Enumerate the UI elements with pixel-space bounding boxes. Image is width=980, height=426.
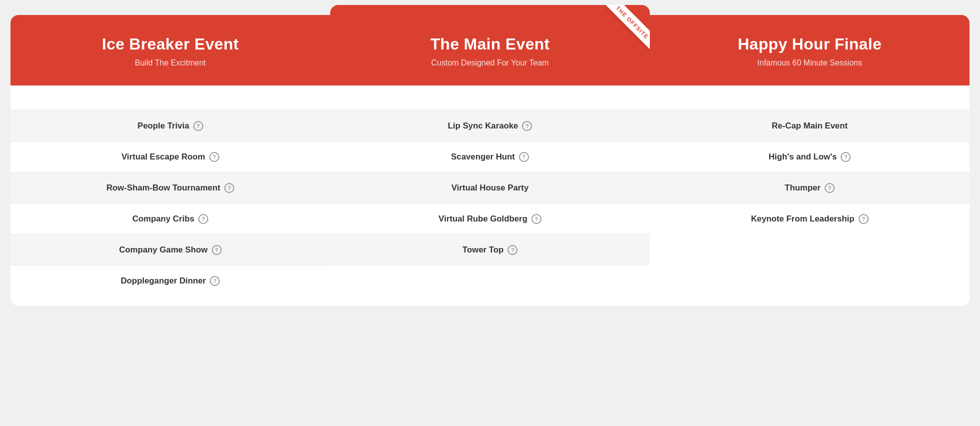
item-label: Doppleganger Dinner	[121, 276, 206, 286]
column-subtitle-main-event: Custom Designed For Your Team	[345, 58, 635, 68]
list-item: Company Cribs?	[10, 204, 330, 234]
list-item: Virtual Escape Room?	[10, 142, 330, 172]
column-footer	[10, 296, 330, 306]
column-footer	[330, 266, 650, 306]
help-icon[interactable]: ?	[212, 245, 222, 255]
item-label: Row-Sham-Bow Tournament	[106, 183, 220, 193]
item-label: People Trivia	[137, 121, 189, 131]
column-title-ice-breaker: Ice Breaker Event	[25, 35, 315, 54]
list-item: High's and Low's?	[650, 142, 970, 172]
list-item: Re-Cap Main Event	[650, 110, 970, 142]
item-label: Scavenger Hunt	[451, 152, 515, 162]
help-icon[interactable]: ?	[531, 214, 541, 224]
spacer-row	[10, 86, 330, 110]
spacer-row	[650, 86, 970, 110]
list-item: Keynote From Leadership?	[650, 204, 970, 234]
column-footer	[650, 234, 970, 306]
help-icon[interactable]: ?	[825, 183, 835, 193]
item-label: Company Cribs	[132, 214, 194, 224]
column-ice-breaker: Ice Breaker EventBuild The ExcitmentPeop…	[10, 15, 330, 306]
list-item: Virtual Rube Goldberg?	[330, 204, 650, 234]
help-icon[interactable]: ?	[507, 245, 517, 255]
item-label: Virtual Rube Goldberg	[439, 214, 527, 224]
list-item: Row-Sham-Bow Tournament?	[10, 172, 330, 204]
item-label: Tower Top	[463, 245, 503, 255]
item-label: Virtual Escape Room	[121, 152, 205, 162]
help-icon[interactable]: ?	[841, 152, 851, 162]
item-label: Keynote From Leadership	[751, 214, 854, 224]
list-item: Tower Top?	[330, 234, 650, 266]
list-item: Lip Sync Karaoke?	[330, 110, 650, 142]
column-main-event: THE OFFSITEThe Main EventCustom Designed…	[330, 15, 650, 306]
item-label: Lip Sync Karaoke	[448, 121, 518, 131]
body-ice-breaker: People Trivia?Virtual Escape Room?Row-Sh…	[10, 110, 330, 296]
help-icon[interactable]: ?	[198, 214, 208, 224]
list-item: Virtual House Party	[330, 172, 650, 204]
item-label: Re-Cap Main Event	[772, 121, 848, 131]
item-label: High's and Low's	[769, 152, 837, 162]
header-ice-breaker: Ice Breaker EventBuild The Excitment	[10, 15, 330, 86]
list-item: Thumper?	[650, 172, 970, 204]
help-icon[interactable]: ?	[522, 121, 532, 131]
spacer-row	[330, 86, 650, 110]
help-icon[interactable]: ?	[193, 121, 203, 131]
help-icon[interactable]: ?	[209, 152, 219, 162]
help-icon[interactable]: ?	[859, 214, 869, 224]
help-icon[interactable]: ?	[210, 276, 220, 286]
column-title-happy-hour: Happy Hour Finale	[665, 35, 955, 54]
body-happy-hour: Re-Cap Main EventHigh's and Low's?Thumpe…	[650, 110, 970, 234]
list-item: Company Game Show?	[10, 234, 330, 266]
item-label: Virtual House Party	[452, 183, 529, 193]
header-main-event: THE OFFSITEThe Main EventCustom Designed…	[330, 5, 650, 86]
list-item: Scavenger Hunt?	[330, 142, 650, 172]
list-item: Doppleganger Dinner?	[10, 266, 330, 296]
pricing-grid: Ice Breaker EventBuild The ExcitmentPeop…	[10, 15, 970, 306]
item-label: Company Game Show	[119, 245, 207, 255]
help-icon[interactable]: ?	[224, 183, 234, 193]
item-label: Thumper	[785, 183, 821, 193]
column-subtitle-ice-breaker: Build The Excitment	[25, 58, 315, 68]
body-main-event: Lip Sync Karaoke?Scavenger Hunt?Virtual …	[330, 110, 650, 266]
list-item: People Trivia?	[10, 110, 330, 142]
header-happy-hour: Happy Hour FinaleInfamous 60 Minute Sess…	[650, 15, 970, 86]
column-subtitle-happy-hour: Infamous 60 Minute Sessions	[665, 58, 955, 68]
column-happy-hour: Happy Hour FinaleInfamous 60 Minute Sess…	[650, 15, 970, 306]
help-icon[interactable]: ?	[519, 152, 529, 162]
column-title-main-event: The Main Event	[345, 35, 635, 54]
